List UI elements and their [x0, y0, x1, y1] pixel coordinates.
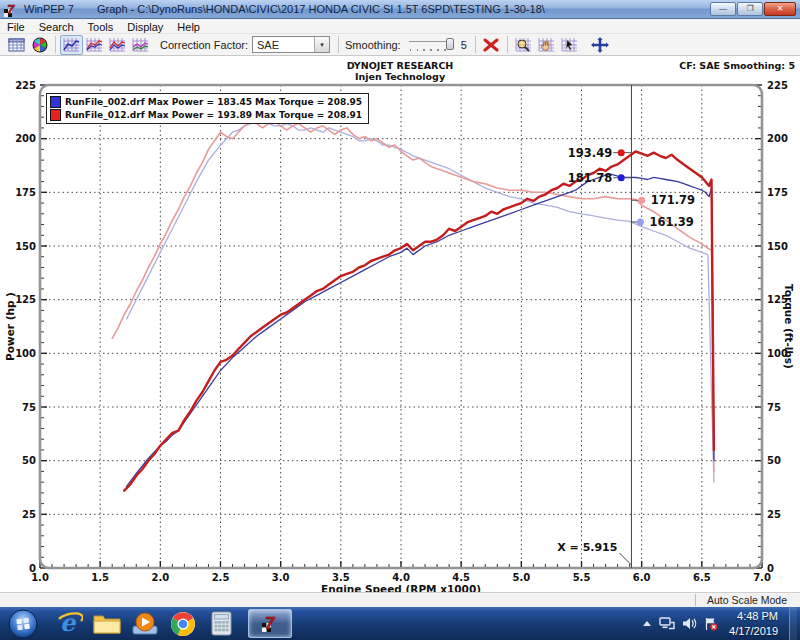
network-icon[interactable]: [659, 617, 675, 630]
color-wheel-button[interactable]: [28, 35, 51, 55]
svg-text:200: 200: [15, 133, 36, 144]
winpep-taskbar-button[interactable]: 7: [248, 609, 292, 638]
svg-text:225: 225: [767, 80, 788, 91]
svg-text:75: 75: [22, 402, 36, 413]
correction-factor-dropdown[interactable]: SAE ▼: [252, 36, 330, 53]
graph-view-2-button[interactable]: [83, 35, 106, 55]
runfile-table-button[interactable]: [5, 35, 28, 55]
marker-value: 161.39: [649, 215, 693, 229]
svg-text:4.0: 4.0: [392, 572, 410, 583]
svg-text:200: 200: [767, 133, 788, 144]
svg-text:2.5: 2.5: [212, 572, 230, 583]
menu-help[interactable]: Help: [170, 21, 207, 33]
series-runfile_012-torque: [112, 122, 714, 472]
svg-text:25: 25: [22, 509, 36, 520]
winpep-app-icon: 7: [4, 2, 19, 17]
start-button[interactable]: [8, 609, 38, 639]
app-name: WinPEP 7: [24, 3, 74, 15]
svg-text:0: 0: [29, 563, 36, 574]
marker-value: 193.49: [568, 146, 612, 160]
dyno-graph[interactable]: 1.01.52.02.53.03.54.04.55.05.56.06.57.00…: [0, 56, 800, 592]
scale-mode-indicator: Auto Scale Mode: [695, 594, 798, 606]
svg-text:4.5: 4.5: [452, 572, 470, 583]
legend-text: RunFile_012.drf Max Power = 193.89 Max T…: [65, 110, 362, 120]
svg-text:150: 150: [767, 241, 788, 252]
volume-icon[interactable]: [682, 617, 697, 630]
zoom-graph-button[interactable]: [512, 35, 535, 55]
marker-dot: [638, 197, 645, 204]
correction-factor-value: SAE: [257, 39, 279, 51]
marker-dot: [618, 149, 625, 156]
taskbar-clock[interactable]: 4:48 PM 4/17/2019: [729, 609, 778, 638]
svg-text:6.0: 6.0: [633, 572, 651, 583]
legend-swatch-red: [50, 109, 61, 121]
graph-view-3-button[interactable]: [106, 35, 129, 55]
close-button[interactable]: ✕: [764, 2, 796, 16]
crosshair-button[interactable]: [589, 35, 612, 55]
menu-search[interactable]: Search: [32, 21, 81, 33]
marker-value: 181.78: [568, 171, 612, 185]
toolbar: Correction Factor: SAE ▼ Smoothing: 5: [0, 33, 800, 56]
x-axis-title: Engine Speed (RPM x1000): [321, 583, 481, 593]
clock-date: 4/17/2019: [729, 624, 778, 638]
explorer-folder-icon[interactable]: [90, 610, 124, 638]
svg-text:50: 50: [22, 455, 36, 466]
restore-button[interactable]: ❐: [737, 2, 763, 16]
svg-text:225: 225: [15, 80, 36, 91]
action-center-flag-icon[interactable]: [704, 617, 718, 631]
svg-text:125: 125: [15, 294, 36, 305]
svg-text:7: 7: [7, 2, 15, 17]
svg-text:5.5: 5.5: [573, 572, 591, 583]
delete-run-button[interactable]: [480, 35, 503, 55]
smoothing-label: Smoothing:: [345, 39, 401, 51]
legend-swatch-blue: [50, 96, 61, 108]
tray-expand-icon[interactable]: [642, 620, 652, 627]
smoothing-slider[interactable]: [408, 37, 454, 53]
pan-graph-button[interactable]: [535, 35, 558, 55]
title-bar[interactable]: 7 WinPEP 7 Graph - C:\DynoRuns\HONDA\CIV…: [0, 0, 800, 19]
window-title: Graph - C:\DynoRuns\HONDA\CIVIC\2017 HON…: [97, 3, 545, 15]
system-tray: 4:48 PM 4/17/2019: [642, 607, 800, 640]
marker-dot: [637, 218, 644, 225]
svg-text:0: 0: [767, 563, 774, 574]
series-runfile_012-power: [124, 152, 714, 491]
menu-display[interactable]: Display: [120, 21, 170, 33]
svg-text:150: 150: [15, 241, 36, 252]
calculator-icon[interactable]: [204, 610, 238, 638]
svg-text:50: 50: [767, 455, 781, 466]
svg-text:175: 175: [767, 187, 788, 198]
slider-handle[interactable]: [446, 38, 454, 50]
graph-view-4-button[interactable]: [129, 35, 152, 55]
svg-text:6.5: 6.5: [693, 572, 711, 583]
cursor-graph-button[interactable]: [558, 35, 581, 55]
y-right-axis-title: Torque (ft-lbs): [783, 284, 795, 369]
cursor-x-label: X = 5.915: [557, 541, 617, 554]
show-desktop-button[interactable]: [789, 607, 797, 640]
menu-file[interactable]: File: [0, 21, 32, 33]
y-left-axis-title: Power (hp ): [4, 292, 16, 361]
clock-time: 4:48 PM: [729, 609, 778, 623]
legend-row-runfile-012: RunFile_012.drf Max Power = 193.89 Max T…: [50, 109, 362, 121]
svg-text:3.5: 3.5: [332, 572, 350, 583]
legend-text: RunFile_002.drf Max Power = 183.45 Max T…: [65, 97, 362, 107]
correction-factor-label: Correction Factor:: [160, 39, 248, 51]
media-player-icon[interactable]: [128, 610, 162, 638]
svg-text:1.0: 1.0: [31, 572, 49, 583]
chart-panel: DYNOJET RESEARCH Injen Technology CF: SA…: [0, 56, 800, 592]
status-bar: Auto Scale Mode: [0, 592, 800, 607]
svg-text:25: 25: [767, 509, 781, 520]
screen: { "window": { "app_name": "WinPEP 7", "d…: [0, 0, 800, 640]
svg-text:100: 100: [15, 348, 36, 359]
chevron-down-icon[interactable]: ▼: [314, 37, 329, 52]
series-runfile_002-torque: [127, 119, 714, 482]
legend-box[interactable]: RunFile_002.drf Max Power = 183.45 Max T…: [46, 93, 369, 124]
menu-tools[interactable]: Tools: [81, 21, 121, 33]
svg-text:2.0: 2.0: [151, 572, 169, 583]
internet-explorer-icon[interactable]: e: [52, 610, 86, 638]
minimize-button[interactable]: —: [710, 2, 736, 16]
svg-text:1.5: 1.5: [91, 572, 109, 583]
svg-text:5.0: 5.0: [512, 572, 530, 583]
graph-view-1-button[interactable]: [60, 35, 83, 55]
taskbar: e 7 4:48 PM 4/17/2019: [0, 607, 800, 640]
chrome-icon[interactable]: [166, 610, 200, 638]
